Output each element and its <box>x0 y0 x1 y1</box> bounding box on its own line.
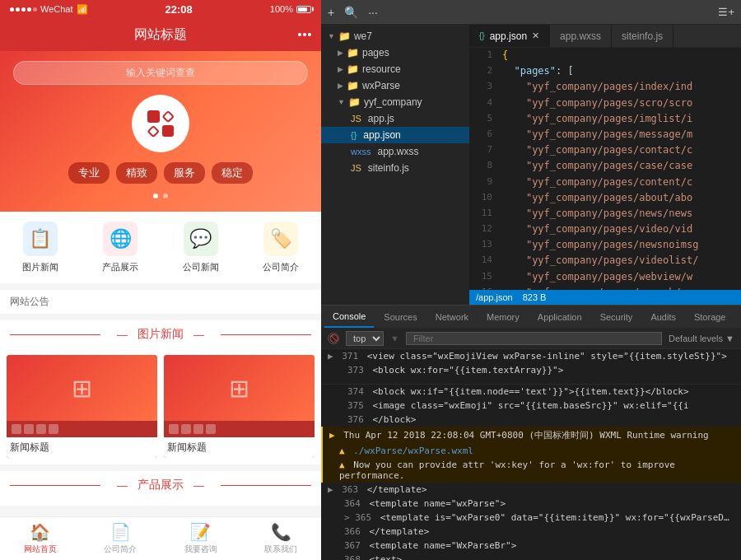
network-tab-label: Network <box>436 312 468 322</box>
hero-logo <box>13 95 308 152</box>
dt-tab-console[interactable]: Console <box>324 306 374 328</box>
line-content-13: "yyf_company/pages/newsnoimsg <box>499 237 698 253</box>
tree-file-appjson[interactable]: {} app.json <box>321 127 469 143</box>
tab-appwxss-label: app.wxss <box>560 30 601 42</box>
dt-tab-sources[interactable]: Sources <box>375 306 425 328</box>
tree-folder-resource[interactable]: ▶ 📁 resource <box>321 61 469 77</box>
products-section: — 产品展示 — <box>0 471 321 506</box>
line-content-14: "yyf_company/pages/videolist/ <box>499 253 698 268</box>
default-levels-label[interactable]: Default levels ▼ <box>669 334 734 343</box>
editor-status-bar: /app.json 823 B <box>469 290 741 305</box>
search-button[interactable]: 🔍 <box>344 6 358 19</box>
tree-folder-yyf[interactable]: ▼ 📁 yyf_company <box>321 94 469 110</box>
line-num-14: 14 <box>469 253 499 268</box>
line-num-6: 6 <box>469 127 499 142</box>
tab-label-2: 我要咨询 <box>184 544 217 555</box>
dt-tab-application[interactable]: Application <box>529 306 590 328</box>
more-options-button[interactable]: ··· <box>368 7 378 18</box>
ide-toolbar: + 🔍 ··· ☰+ <box>321 0 741 25</box>
tree-file-appwxss[interactable]: wxss app.wxss <box>321 143 469 160</box>
tab-appjson[interactable]: {} app.json ✕ <box>469 25 550 47</box>
code-375: <image class="wxEmoji" src="{{item.baseS… <box>373 400 689 411</box>
line-content-11: "yyf_company/pages/news/news <box>499 206 692 222</box>
js-icon-appjs: JS <box>351 114 361 124</box>
quick-item-0[interactable]: 📋 图片新闻 <box>0 222 81 273</box>
news-section-header: — 图片新闻 — <box>0 320 321 348</box>
nav-dots-menu[interactable] <box>298 33 311 36</box>
sources-tab-label: Sources <box>384 312 417 322</box>
tab-item-contact[interactable]: 📞 联系我们 <box>241 522 322 555</box>
add-file-button[interactable]: + <box>328 7 334 18</box>
tree-file-appjs[interactable]: JS app.js <box>321 110 469 127</box>
code-line-8: 8 "yyf_company/pages/case/case <box>469 158 741 174</box>
memory-tab-label: Memory <box>487 312 520 322</box>
hero-tag-3: 稳定 <box>212 162 253 184</box>
code-line-13: 13 "yyf_company/pages/newsnoimsg <box>469 237 741 253</box>
tab-item-about[interactable]: 📄 公司简介 <box>81 522 161 555</box>
code-376: </block> <box>373 414 417 425</box>
line-content-3: "yyf_company/pages/index/ind <box>499 79 692 95</box>
console-filter-input[interactable] <box>406 332 662 345</box>
quick-item-2[interactable]: 💬 公司新闻 <box>161 222 241 273</box>
news-section: — 图片新闻 — ⊞ 新闻标题 ⊞ <box>0 320 321 464</box>
notice-bar: 网站公告 <box>0 290 321 314</box>
dt-tab-appdata[interactable]: AppData <box>735 306 741 328</box>
console-line-371: ▶ 371 <view class="wxEmojiView wxParse-i… <box>321 349 741 363</box>
hero-pagination-dots <box>13 194 308 198</box>
quick-item-3[interactable]: 🏷️ 公司简介 <box>241 222 322 273</box>
line-ref-374a: 374 <box>347 386 364 397</box>
line-content-6: "yyf_company/pages/message/m <box>499 127 692 142</box>
news-card-1[interactable]: ⊞ 新闻标题 <box>164 355 315 458</box>
hero-tag-2: 服务 <box>164 162 205 184</box>
news-img-0: ⊞ <box>7 355 157 421</box>
news-card-0[interactable]: ⊞ 新闻标题 <box>7 355 157 458</box>
time-display: 22:08 <box>165 3 193 16</box>
tab-label-3: 联系我们 <box>264 544 297 555</box>
tree-folder-wxparse[interactable]: ▶ 📁 wxParse <box>321 77 469 94</box>
code-373: <block wx:for="{{item.textArray}}"> <box>373 365 564 376</box>
carrier-label: WeChat <box>40 4 73 14</box>
file-tree: ▼ 📁 we7 ▶ 📁 pages ▶ 📁 resource ▶ 📁 wxPar… <box>321 25 469 305</box>
line-ref-373: 373 <box>347 365 364 376</box>
tab-item-home[interactable]: 🏠 网站首页 <box>0 522 81 555</box>
tree-folder-pages[interactable]: ▶ 📁 pages <box>321 44 469 61</box>
line-366: 366 </template> <box>321 525 741 539</box>
application-tab-label: Application <box>538 312 582 322</box>
context-select[interactable]: top <box>346 331 384 346</box>
code-line-9: 9 "yyf_company/pages/content/c <box>469 175 741 190</box>
tree-file-siteinfo[interactable]: JS siteinfo.js <box>321 160 469 176</box>
line-368: 368 <text> <box>321 553 741 560</box>
tab-siteinfojs[interactable]: siteinfo.js <box>612 25 673 47</box>
close-icon-appjson[interactable]: ✕ <box>532 30 539 41</box>
dt-tab-network[interactable]: Network <box>427 306 477 328</box>
status-path: /app.json <box>476 292 513 302</box>
code-364: <template name="wxParse"> <box>370 498 506 509</box>
news-caption-0: 新闻标题 <box>7 437 157 458</box>
tab-bar: 🏠 网站首页 📄 公司简介 📝 我要咨询 📞 联系我们 <box>0 516 321 560</box>
status-left: WeChat 📶 <box>10 4 88 15</box>
line-ref-367: 367 <box>344 540 361 551</box>
collapse-caret[interactable]: ▶ <box>328 484 333 495</box>
compile-icon[interactable]: ☰+ <box>718 6 734 18</box>
line-content-15: "yyf_company/pages/webview/w <box>499 269 692 285</box>
dt-tab-memory[interactable]: Memory <box>478 306 528 328</box>
clear-console-button[interactable]: 🚫 <box>328 333 339 344</box>
line-364: 364 <template name="wxParse"> <box>321 497 741 511</box>
dt-tab-audits[interactable]: Audits <box>642 306 684 328</box>
line-ref-375: 375 <box>347 400 364 411</box>
dt-tab-security[interactable]: Security <box>592 306 641 328</box>
tab-item-consult[interactable]: 📝 我要咨询 <box>161 522 241 555</box>
status-right: 100% <box>270 4 311 14</box>
devtools-panel: Console Sources Network Memory Applicati… <box>321 305 741 560</box>
quick-item-1[interactable]: 🌐 产品展示 <box>81 222 161 273</box>
tab-appwxss[interactable]: app.wxss <box>550 25 612 47</box>
folder-icon-we7: 📁 <box>338 30 351 42</box>
dt-tab-storage[interactable]: Storage <box>686 306 734 328</box>
code-367: <template name="WxParseBr"> <box>370 540 517 551</box>
tab-appjson-label: app.json <box>490 30 527 42</box>
line-ref-363: 363 <box>342 484 358 495</box>
prod-dash-right: — <box>193 479 204 492</box>
search-bar[interactable]: 输入关键词查查 <box>13 61 308 85</box>
tree-folder-we7[interactable]: ▼ 📁 we7 <box>321 28 469 44</box>
console-line-373: 373 <block wx:for="{{item.textArray}}"> <box>321 363 741 377</box>
